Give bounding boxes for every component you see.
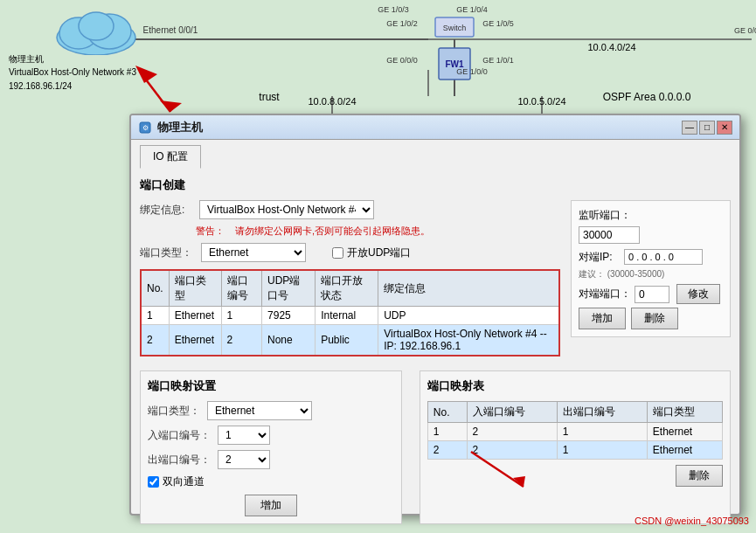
cell-status: Public <box>316 325 378 356</box>
col-num: 端口编号 <box>221 270 261 307</box>
svg-text:GE 0/0/1: GE 0/0/1 <box>734 26 756 35</box>
modal-titlebar: ⚙ 物理主机 — □ ✕ <box>131 115 739 140</box>
map-cell-type: Ethernet <box>647 423 722 441</box>
mapping-table-row[interactable]: 1 2 1 Ethernet <box>427 423 722 441</box>
svg-text:OSPF Area 0.0.0.0: OSPF Area 0.0.0.0 <box>603 91 691 103</box>
cell-status: Internal <box>316 307 378 325</box>
map-col-type: 端口类型 <box>647 402 722 423</box>
port-type-row: 端口类型： Ethernet 开放UDP端口 <box>140 243 560 262</box>
in-port-select[interactable]: 1 2 <box>218 426 270 445</box>
mapping-settings-header: 端口映射设置 <box>148 378 394 394</box>
svg-text:GE 1/0/5: GE 1/0/5 <box>482 19 514 28</box>
map-col-in: 入端口编号 <box>467 402 557 423</box>
mapping-settings-panel: 端口映射设置 端口类型： Ethernet 入端口编号： 1 2 出 <box>140 370 402 524</box>
map-cell-no: 2 <box>427 441 467 460</box>
delete-mapping-button[interactable]: 删除 <box>676 465 723 487</box>
col-no: No. <box>141 270 169 307</box>
add-port-button[interactable]: 增加 <box>579 308 626 329</box>
cloud-shape <box>52 7 140 59</box>
svg-text:Switch: Switch <box>443 24 467 32</box>
cell-udp: None <box>262 325 316 356</box>
map-cell-type: Ethernet <box>647 441 722 460</box>
physical-host-modal: ⚙ 物理主机 — □ ✕ IO 配置 端口创建 绑定信息: VirtualBox… <box>129 114 741 516</box>
port-type-select[interactable]: Ethernet <box>201 243 306 262</box>
bind-info-row: 绑定信息: VirtualBox Host-Only Network #4 --… <box>140 200 560 219</box>
warning-row: 警告： 请勿绑定公网网卡,否则可能会引起网络隐患。 <box>196 225 560 238</box>
remote-port-label: 对端端口： <box>579 287 631 301</box>
monitor-port-input[interactable] <box>579 226 640 244</box>
watermark: CSDN @weixin_43075093 <box>635 516 749 526</box>
svg-text:GE 1/0/2: GE 1/0/2 <box>386 19 418 28</box>
add-delete-buttons: 增加 删除 <box>579 308 723 329</box>
maximize-button[interactable]: □ <box>699 121 715 135</box>
map-col-no: No. <box>427 402 467 423</box>
cell-type: Ethernet <box>169 325 221 356</box>
out-port-select[interactable]: 2 1 <box>218 450 270 469</box>
map-cell-no: 1 <box>427 423 467 441</box>
bind-label: 绑定信息: <box>140 203 192 218</box>
arrow-svg <box>462 443 550 495</box>
warning-static: 警告： <box>196 225 225 238</box>
open-udp-label: 开放UDP端口 <box>347 246 411 260</box>
bind-select[interactable]: VirtualBox Host-Only Network #4 -- IP: 1… <box>199 200 374 219</box>
svg-text:trust: trust <box>259 91 280 103</box>
monitor-panel: 监听端口： 对端IP: 建议： (30000-35000) 对端端口： <box>571 200 731 337</box>
cell-no: 2 <box>141 325 169 356</box>
mapping-port-type-row: 端口类型： Ethernet <box>148 401 394 420</box>
map-cell-in: 2 <box>467 423 557 441</box>
open-udp-checkbox[interactable] <box>332 247 343 259</box>
port-table-row[interactable]: 1 Ethernet 1 7925 Internal UDP <box>141 307 559 325</box>
remote-ip-input[interactable] <box>624 249 703 265</box>
svg-text:GE 0/0/0: GE 0/0/0 <box>386 56 418 65</box>
cell-bind: UDP <box>378 307 559 325</box>
monitor-port-label: 监听端口： <box>579 208 631 223</box>
delete-port-button[interactable]: 删除 <box>631 308 678 329</box>
svg-text:GE 1/0/1: GE 1/0/1 <box>482 56 514 65</box>
suggest-text: 建议： (30000-35000) <box>579 268 723 280</box>
svg-text:GE 1/0/3: GE 1/0/3 <box>378 5 409 14</box>
port-table-row[interactable]: 2 Ethernet 2 None Public VirtualBox Host… <box>141 325 559 356</box>
svg-line-37 <box>471 452 524 487</box>
col-type: 端口类型 <box>169 270 221 307</box>
cell-num: 1 <box>221 307 261 325</box>
mapping-port-type-select[interactable]: Ethernet <box>207 401 312 420</box>
svg-text:10.0.8.0/24: 10.0.8.0/24 <box>308 96 356 107</box>
cell-num: 2 <box>221 325 261 356</box>
port-table-header-row: No. 端口类型 端口编号 UDP端口号 端口开放状态 绑定信息 <box>141 270 559 307</box>
modal-window-controls[interactable]: — □ ✕ <box>682 121 732 135</box>
modal-title: 物理主机 <box>157 120 682 135</box>
in-port-label: 入端口编号： <box>148 428 211 443</box>
svg-text:GE 1/0/0: GE 1/0/0 <box>456 67 488 76</box>
remote-ip-row: 对端IP: <box>579 249 723 265</box>
remote-port-input[interactable] <box>635 286 669 303</box>
open-udp-checkbox-label: 开放UDP端口 <box>332 246 411 260</box>
svg-text:Ethernet 0/0/1: Ethernet 0/0/1 <box>143 25 198 35</box>
bidirectional-row: 双向通道 <box>148 474 394 489</box>
warning-dynamic: 请勿绑定公网网卡,否则可能会引起网络隐患。 <box>235 225 430 238</box>
modal-title-icon: ⚙ <box>138 121 152 135</box>
map-col-out: 出端口编号 <box>557 402 647 423</box>
svg-text:10.0.4.0/24: 10.0.4.0/24 <box>587 42 635 52</box>
svg-text:⚙: ⚙ <box>142 124 149 132</box>
minimize-button[interactable]: — <box>682 121 697 135</box>
mapping-table-panel: 端口映射表 No. 入端口编号 出端口编号 端口类型 1 2 1 <box>420 370 731 524</box>
in-port-row: 入端口编号： 1 2 <box>148 426 394 445</box>
bidirectional-checkbox[interactable] <box>148 476 159 488</box>
tab-bar: IO 配置 <box>140 145 731 169</box>
col-udp: UDP端口号 <box>262 270 316 307</box>
add-mapping-button[interactable]: 增加 <box>245 495 297 516</box>
tab-io-config[interactable]: IO 配置 <box>140 145 201 169</box>
svg-text:GE 1/0/4: GE 1/0/4 <box>456 5 488 14</box>
map-cell-out: 1 <box>557 441 647 460</box>
col-bind: 绑定信息 <box>378 270 559 307</box>
modify-button[interactable]: 修改 <box>676 284 720 304</box>
cell-type: Ethernet <box>169 307 221 325</box>
remote-port-row: 对端端口： 修改 <box>579 284 723 304</box>
mapping-port-type-label: 端口类型： <box>148 404 200 419</box>
right-panel: 监听端口： 对端IP: 建议： (30000-35000) 对端端口： <box>560 200 731 365</box>
close-button[interactable]: ✕ <box>717 121 732 135</box>
port-table: No. 端口类型 端口编号 UDP端口号 端口开放状态 绑定信息 1 Ether… <box>140 269 560 356</box>
svg-point-34 <box>79 12 114 40</box>
port-table-body: 1 Ethernet 1 7925 Internal UDP 2 Etherne… <box>141 307 559 356</box>
left-panel: 绑定信息: VirtualBox Host-Only Network #4 --… <box>140 200 560 365</box>
